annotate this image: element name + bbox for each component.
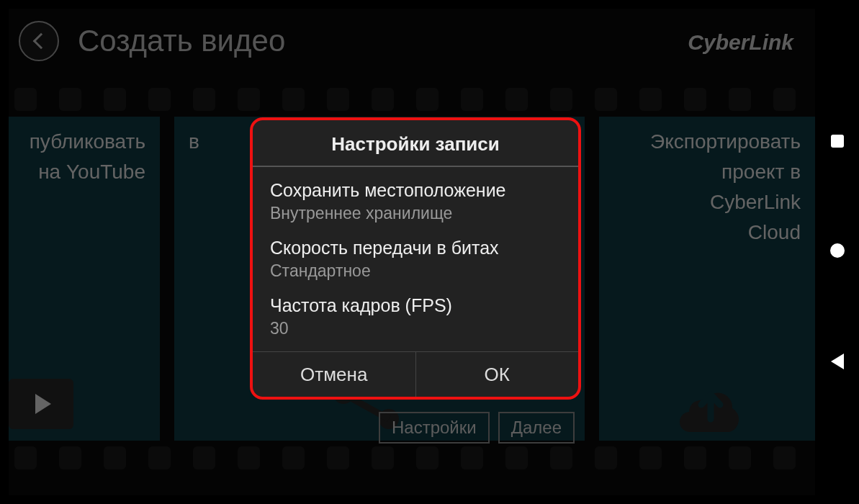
recent-apps-button[interactable] — [831, 135, 844, 148]
recording-settings-dialog: Настройки записи Сохранить местоположени… — [250, 117, 581, 400]
row-label: Скорость передачи в битах — [270, 238, 561, 258]
home-button[interactable] — [830, 243, 845, 258]
row-value: Стандартное — [270, 261, 561, 281]
cancel-button[interactable]: Отмена — [253, 352, 416, 397]
row-bitrate[interactable]: Скорость передачи в битах Стандартное — [253, 230, 578, 288]
android-nav-bar — [815, 0, 859, 504]
row-value: Внутреннее хранилище — [270, 204, 561, 223]
back-nav-button[interactable] — [831, 354, 844, 369]
dialog-body: Сохранить местоположение Внутреннее хран… — [253, 167, 578, 352]
row-save-location[interactable]: Сохранить местоположение Внутреннее хран… — [253, 173, 578, 230]
row-label: Частота кадров (FPS) — [270, 295, 561, 316]
dialog-title: Настройки записи — [253, 120, 578, 167]
app-screen: Создать видео CyberLink публиковать на Y… — [9, 9, 815, 495]
ok-button[interactable]: ОК — [416, 352, 579, 397]
row-fps[interactable]: Частота кадров (FPS) 30 — [253, 288, 578, 346]
dialog-actions: Отмена ОК — [253, 352, 578, 397]
row-value: 30 — [270, 319, 561, 338]
row-label: Сохранить местоположение — [270, 180, 561, 201]
